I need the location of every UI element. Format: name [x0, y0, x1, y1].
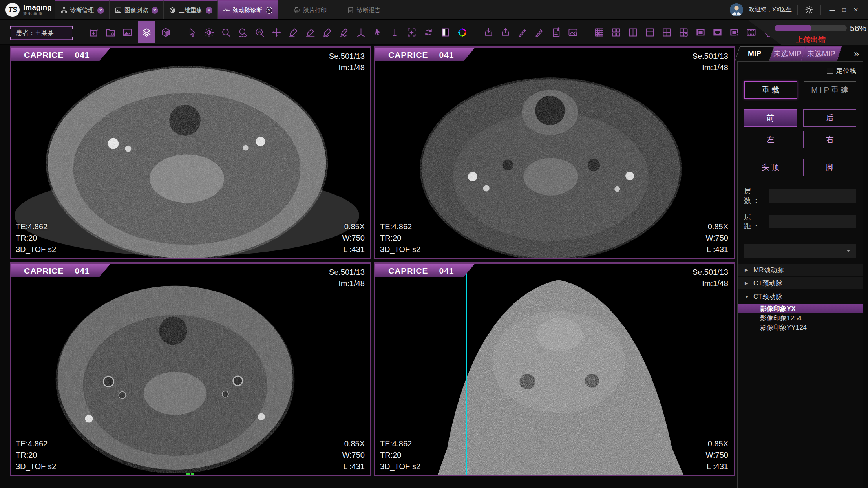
layout-grid16-button[interactable]	[593, 23, 605, 41]
chevron-expanded-icon[interactable]: ▼	[745, 294, 749, 299]
layout-cross-button[interactable]	[660, 23, 673, 41]
layout-split-h-button[interactable]	[643, 23, 656, 41]
layout-split-v-button[interactable]	[627, 23, 639, 41]
invert-bw-button[interactable]	[439, 23, 451, 41]
user-avatar[interactable]	[730, 3, 743, 16]
mip-rebuild-button[interactable]: MIP重建	[804, 81, 856, 99]
direction-head-button[interactable]: 头顶	[744, 159, 797, 176]
tree-node-impression[interactable]: 影像印象1254	[738, 313, 863, 323]
folder-plus-button[interactable]	[104, 23, 117, 41]
viewport-top-right[interactable]: CAPRICE 041 Se:501/13Im:1/48 TE:4.862TR:…	[374, 46, 735, 259]
mri-image	[11, 48, 370, 258]
zoom-button[interactable]	[219, 23, 232, 41]
text-annotation-button[interactable]	[388, 23, 401, 41]
localizer-checkbox[interactable]	[827, 68, 833, 74]
minimize-button[interactable]: —	[826, 4, 838, 16]
chevron-collapsed-icon[interactable]: ▶	[745, 281, 749, 286]
frame-plus-button[interactable]	[405, 23, 418, 41]
zoom-2x-button[interactable]: x2	[253, 23, 266, 41]
view-tab-label: 图像浏览	[124, 7, 148, 14]
series-dropdown[interactable]	[744, 244, 856, 258]
view-tab[interactable]: 三维重建✕	[164, 0, 218, 19]
layout-split-v-icon	[628, 27, 638, 38]
logo-ts-icon: TS	[5, 3, 20, 17]
toolbar-icons: x2	[78, 20, 774, 44]
tab-close-icon[interactable]: ✕	[152, 7, 158, 14]
viewport-bottom-right[interactable]: CAPRICE 041 Se:501/13Im:1/48 TE:4.862TR:…	[374, 262, 735, 476]
rotate-button[interactable]	[422, 23, 435, 41]
layout-close-button[interactable]	[677, 23, 690, 41]
pointer-button[interactable]	[371, 23, 384, 41]
slice-count-input[interactable]	[769, 189, 856, 203]
annotate-pen2-button[interactable]	[533, 23, 545, 41]
panel-tab-mip[interactable]: 未选MIP	[769, 46, 806, 61]
localizer-line[interactable]	[466, 264, 467, 475]
tree-node-series-group[interactable]: ▼CT颈动脉	[738, 291, 863, 303]
patient-name-field[interactable]: 患者：王某某	[11, 26, 72, 40]
archive-plus-button[interactable]	[87, 23, 100, 41]
annotate-pen-button[interactable]	[516, 23, 528, 41]
download-button[interactable]	[482, 23, 495, 41]
measure-curve-button[interactable]	[321, 23, 333, 41]
pan-button[interactable]	[270, 23, 283, 41]
layout-close-icon	[678, 27, 689, 38]
tree-node-series-group[interactable]: ▶MR颈动脉	[738, 264, 863, 276]
cursor-button[interactable]	[186, 23, 198, 41]
tree-node-label: 影像印象YX	[760, 304, 796, 313]
filmstrip-icon	[746, 27, 757, 38]
color-wheel-icon	[457, 27, 468, 38]
titlebar-separator	[820, 5, 821, 15]
image-export-button[interactable]	[566, 23, 579, 41]
sequence-info: TE:4.862TR:203D_TOF s2	[380, 438, 420, 472]
measure-protractor-button[interactable]	[355, 23, 367, 41]
tree-node-series-group[interactable]: ▶CT颈动脉	[738, 277, 863, 289]
measure-polygon-button[interactable]	[338, 23, 350, 41]
brightness-contrast-button[interactable]	[203, 23, 215, 41]
direction-left-button[interactable]: 左	[744, 131, 797, 148]
frame-plus-icon	[406, 27, 417, 38]
direction-front-button[interactable]: 前	[744, 109, 797, 127]
photo-button[interactable]	[121, 23, 133, 41]
maximize-button[interactable]: □	[838, 4, 850, 16]
report-add-button[interactable]	[550, 23, 562, 41]
measure-line-button[interactable]	[287, 23, 300, 41]
panel-tab-mip[interactable]: 未选MIP	[803, 46, 839, 61]
direction-back-button[interactable]: 后	[803, 109, 856, 127]
viewport-top-left[interactable]: CAPRICE 041 Se:501/13Im:1/48 TE:4.862TR:…	[10, 46, 371, 259]
slice-gap-input[interactable]	[769, 215, 856, 228]
view-tab-label: 诊断管理	[70, 7, 94, 14]
direction-right-button[interactable]: 右	[803, 131, 856, 148]
upload-icon	[500, 27, 511, 38]
mri-image	[375, 264, 734, 475]
panel-tab-mip-active[interactable]: MIP	[737, 46, 772, 61]
upload-button[interactable]	[499, 23, 512, 41]
zoom-region-button[interactable]	[236, 23, 249, 41]
view-tab[interactable]: 图像浏览✕	[110, 0, 164, 19]
close-button[interactable]: ✕	[850, 4, 862, 16]
tab-close-icon[interactable]: ✕	[97, 7, 104, 14]
color-wheel-button[interactable]	[456, 23, 468, 41]
archive-plus-icon	[88, 27, 99, 38]
direction-foot-button[interactable]: 脚	[803, 159, 856, 176]
tab-close-icon[interactable]: ✕	[266, 7, 272, 14]
preset-rect-button[interactable]	[694, 23, 707, 41]
layers-button[interactable]	[138, 21, 155, 43]
preset-ellipse-button[interactable]	[711, 23, 724, 41]
panel-tab-overflow-icon[interactable]: »	[854, 46, 863, 61]
measure-angle-button[interactable]	[304, 23, 316, 41]
preset-rect-close-button[interactable]	[728, 23, 740, 41]
viewport-title-banner: CAPRICE 041	[11, 48, 110, 61]
tree-node-impression[interactable]: 影像印象YX	[738, 304, 863, 313]
chevron-collapsed-icon[interactable]: ▶	[745, 267, 749, 272]
tree-node-impression[interactable]: 影像印象YY124	[738, 323, 863, 332]
view-tab[interactable]: 诊断管理✕	[55, 0, 110, 19]
measure-polygon-icon	[339, 27, 349, 38]
settings-button[interactable]	[803, 4, 815, 16]
view-tab[interactable]: 颈动脉诊断✕	[218, 0, 278, 19]
layout-grid4-button[interactable]	[610, 23, 622, 41]
cube-3d-button[interactable]	[159, 23, 172, 41]
viewport-bottom-left[interactable]: CAPRICE 041 Se:501/13Im:1/48 TE:4.862TR:…	[10, 262, 371, 476]
reload-button[interactable]: 重载	[744, 81, 797, 99]
filmstrip-button[interactable]	[745, 23, 757, 41]
tab-close-icon[interactable]: ✕	[206, 7, 212, 14]
